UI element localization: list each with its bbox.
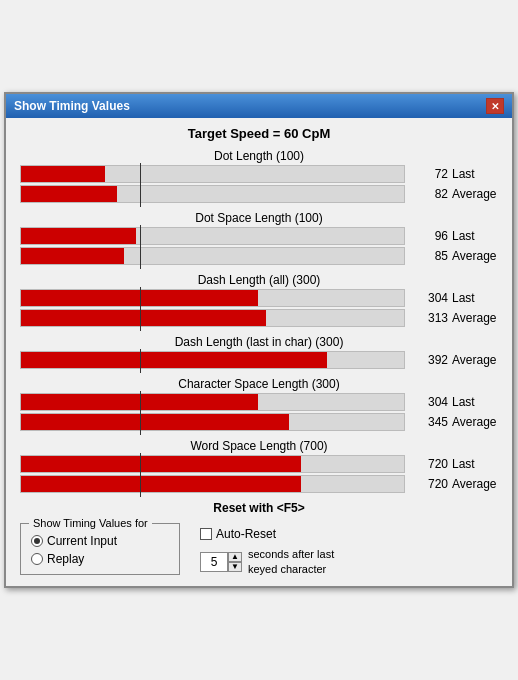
bar-type-dash-length-last-avg: Average — [448, 353, 498, 367]
bar-track — [20, 227, 405, 245]
bar-container-dot-length-last — [20, 165, 405, 183]
metrics-container: Dot Length (100)72Last82AverageDot Space… — [20, 149, 498, 493]
bar-row-char-space-length-avg: 345Average — [20, 413, 498, 431]
bar-track — [20, 289, 405, 307]
bar-type-dash-length-all-avg: Average — [448, 311, 498, 325]
radio-current-input[interactable] — [31, 535, 43, 547]
radio-replay-row[interactable]: Replay — [31, 552, 169, 566]
bar-value-char-space-length-avg: 345 — [413, 415, 448, 429]
main-window: Show Timing Values ✕ Target Speed = 60 C… — [4, 92, 514, 588]
bar-container-char-space-length-avg — [20, 413, 405, 431]
bar-row-char-space-length-last: 304Last — [20, 393, 498, 411]
auto-reset-checkbox[interactable] — [200, 528, 212, 540]
bar-marker-dot-space-length — [140, 245, 141, 269]
bar-track — [20, 247, 405, 265]
spinner-buttons: ▲ ▼ — [228, 552, 242, 572]
metric-dash-length-last: Dash Length (last in char) (300)392Avera… — [20, 335, 498, 369]
bar-value-char-space-length-last: 304 — [413, 395, 448, 409]
window-title: Show Timing Values — [14, 99, 130, 113]
bar-type-dot-length-last: Last — [448, 167, 498, 181]
bar-track — [20, 393, 405, 411]
metric-dot-length: Dot Length (100)72Last82Average — [20, 149, 498, 203]
bar-marker-dash-length-all — [140, 307, 141, 331]
bar-value-dot-length-avg: 82 — [413, 187, 448, 201]
bar-value-dash-length-last-avg: 392 — [413, 353, 448, 367]
spinner-down-button[interactable]: ▼ — [228, 562, 242, 572]
metric-char-space-length: Character Space Length (300)304Last345Av… — [20, 377, 498, 431]
bar-type-dash-length-all-last: Last — [448, 291, 498, 305]
metric-label-dot-length: Dot Length (100) — [20, 149, 498, 163]
bar-value-dash-length-all-last: 304 — [413, 291, 448, 305]
bar-track — [20, 165, 405, 183]
metric-dot-space-length: Dot Space Length (100)96Last85Average — [20, 211, 498, 265]
bar-row-dot-space-length-last: 96Last — [20, 227, 498, 245]
metric-label-dash-length-last: Dash Length (last in char) (300) — [20, 335, 498, 349]
bar-container-char-space-length-last — [20, 393, 405, 411]
bar-marker-dash-length-last — [140, 349, 141, 373]
reset-label: Reset with <F5> — [20, 501, 498, 515]
bar-row-dot-space-length-avg: 85Average — [20, 247, 498, 265]
bar-value-dot-space-length-avg: 85 — [413, 249, 448, 263]
radio-current-input-label: Current Input — [47, 534, 117, 548]
seconds-label: seconds after lastkeyed character — [248, 547, 334, 576]
title-bar: Show Timing Values ✕ — [6, 94, 512, 118]
spinner-row: ▲ ▼ seconds after lastkeyed character — [200, 547, 334, 576]
bar-container-word-space-length-avg — [20, 475, 405, 493]
bar-type-word-space-length-avg: Average — [448, 477, 498, 491]
bar-fill-word-space-length-last — [21, 456, 301, 472]
bar-fill-dot-length-avg — [21, 186, 117, 202]
metric-label-dot-space-length: Dot Space Length (100) — [20, 211, 498, 225]
bar-track — [20, 185, 405, 203]
spinner-up-button[interactable]: ▲ — [228, 552, 242, 562]
auto-reset-row[interactable]: Auto-Reset — [200, 527, 334, 541]
auto-reset-section: Auto-Reset ▲ ▼ seconds after lastkeyed c… — [200, 523, 334, 576]
radio-replay[interactable] — [31, 553, 43, 565]
bar-row-dot-length-last: 72Last — [20, 165, 498, 183]
bar-type-word-space-length-last: Last — [448, 457, 498, 471]
bar-fill-word-space-length-avg — [21, 476, 301, 492]
bar-container-dash-length-all-avg — [20, 309, 405, 327]
bar-fill-dash-length-last-avg — [21, 352, 327, 368]
bar-value-word-space-length-avg: 720 — [413, 477, 448, 491]
bar-row-dash-length-last-avg: 392Average — [20, 351, 498, 369]
bar-track — [20, 413, 405, 431]
bar-type-dot-length-avg: Average — [448, 187, 498, 201]
bar-container-dot-space-length-last — [20, 227, 405, 245]
seconds-spinner-input[interactable] — [200, 552, 228, 572]
bar-container-dot-length-avg — [20, 185, 405, 203]
bar-row-dash-length-all-avg: 313Average — [20, 309, 498, 327]
bar-fill-char-space-length-avg — [21, 414, 289, 430]
bar-row-word-space-length-last: 720Last — [20, 455, 498, 473]
bottom-section: Show Timing Values for Current Input Rep… — [20, 523, 498, 576]
bar-fill-dot-space-length-avg — [21, 248, 124, 264]
close-button[interactable]: ✕ — [486, 98, 504, 114]
bar-marker-word-space-length — [140, 473, 141, 497]
bar-fill-dash-length-all-avg — [21, 310, 266, 326]
bar-type-dot-space-length-avg: Average — [448, 249, 498, 263]
bar-track — [20, 351, 405, 369]
metric-label-dash-length-all: Dash Length (all) (300) — [20, 273, 498, 287]
bar-row-dash-length-all-last: 304Last — [20, 289, 498, 307]
bar-type-dot-space-length-last: Last — [448, 229, 498, 243]
metric-word-space-length: Word Space Length (700)720Last720Average — [20, 439, 498, 493]
bar-value-dot-space-length-last: 96 — [413, 229, 448, 243]
metric-dash-length-all: Dash Length (all) (300)304Last313Average — [20, 273, 498, 327]
bar-marker-dot-length — [140, 183, 141, 207]
target-speed-label: Target Speed = 60 CpM — [20, 126, 498, 141]
main-content: Target Speed = 60 CpM Dot Length (100)72… — [6, 118, 512, 586]
auto-reset-label: Auto-Reset — [216, 527, 276, 541]
bar-row-dot-length-avg: 82Average — [20, 185, 498, 203]
bar-fill-dot-space-length-last — [21, 228, 136, 244]
bar-marker-char-space-length — [140, 411, 141, 435]
bar-container-dash-length-last-avg — [20, 351, 405, 369]
bar-container-word-space-length-last — [20, 455, 405, 473]
bar-value-dash-length-all-avg: 313 — [413, 311, 448, 325]
timing-values-groupbox: Show Timing Values for Current Input Rep… — [20, 523, 180, 575]
groupbox-legend: Show Timing Values for — [29, 517, 152, 529]
radio-replay-label: Replay — [47, 552, 84, 566]
bar-type-char-space-length-avg: Average — [448, 415, 498, 429]
bar-track — [20, 455, 405, 473]
radio-current-input-row[interactable]: Current Input — [31, 534, 169, 548]
bar-track — [20, 475, 405, 493]
radio-current-input-dot — [34, 538, 40, 544]
